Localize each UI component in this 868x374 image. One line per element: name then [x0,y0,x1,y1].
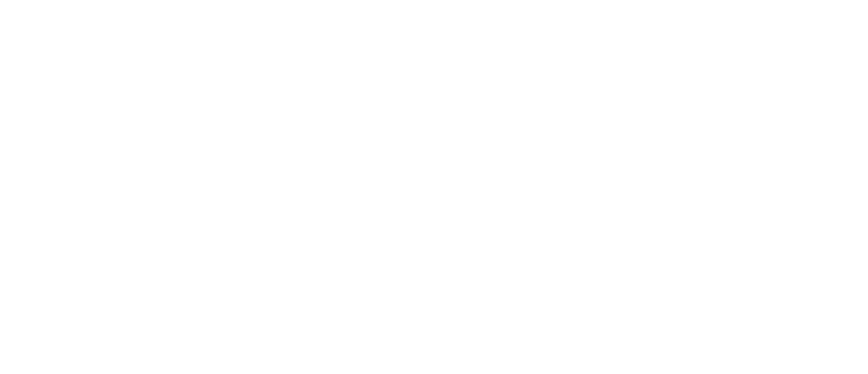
diagram-canvas [0,0,868,374]
connector-layer [0,0,868,374]
